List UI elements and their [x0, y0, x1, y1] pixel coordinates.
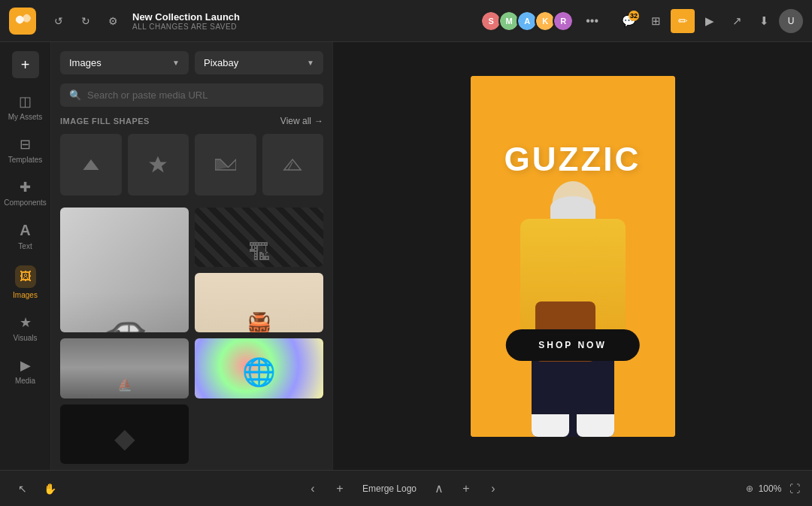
search-icon: 🔍 [69, 89, 81, 101]
source-dropdown[interactable]: Pixabay ▼ [195, 51, 323, 74]
topbar: ↺ ↻ ⚙ New Collection Launch ALL CHANGES … [0, 0, 812, 42]
download-button[interactable]: ⬇ [752, 9, 776, 33]
images-grid: 🚗 🏗 🏺 ⛵ 🌐 [51, 201, 332, 471]
image-thumb-vase[interactable]: 🏺 [195, 273, 323, 332]
image-thumb-geometric[interactable]: ◆ [60, 404, 189, 464]
redo-button[interactable]: ↻ [75, 11, 96, 32]
type-dropdown-label: Images [69, 57, 102, 68]
zoom-icon: ⊕ [746, 483, 753, 494]
zoom-control: ⊕ 100% [746, 483, 783, 494]
cta-button[interactable]: SHOP NOW [505, 329, 639, 361]
view-all-arrow: → [314, 116, 323, 126]
cursor-tool-button[interactable]: ↖ [12, 478, 33, 499]
view-all-button[interactable]: View all → [280, 116, 323, 126]
project-status: ALL CHANGES ARE SAVED [132, 23, 240, 31]
source-dropdown-arrow: ▼ [307, 59, 314, 67]
sidebar-label-templates: Templates [8, 156, 43, 164]
canvas-area[interactable]: GUZZIC SHOP NOW ▶ magda.w. • barry.paul [333, 42, 812, 470]
project-title: New Collection Launch [132, 11, 240, 23]
hand-tool-button[interactable]: ✋ [39, 478, 60, 499]
comments-button[interactable]: 💬 32 [617, 9, 641, 33]
source-dropdown-label: Pixabay [204, 57, 238, 68]
comment-count: 32 [629, 11, 639, 21]
settings-button[interactable]: ⚙ [102, 11, 123, 32]
page-up-button[interactable]: ∧ [429, 478, 450, 499]
sidebar-item-components[interactable]: ✚ Components [3, 173, 48, 213]
sidebar-item-media[interactable]: ▶ Media [3, 351, 48, 391]
image-thumb-architecture[interactable]: 🏗 [195, 208, 323, 267]
next-page-button[interactable]: › [483, 478, 504, 499]
sidebar-item-visuals[interactable]: ★ Visuals [3, 308, 48, 348]
main-layout: + ◫ My Assets ⊟ Templates ✚ Components A… [0, 42, 812, 470]
svg-marker-0 [83, 159, 98, 170]
current-page-label[interactable]: Emerge Logo [356, 480, 423, 497]
canvas-content: GUZZIC SHOP NOW ▶ magda.w. • barry.paul [471, 76, 675, 437]
zoom-level: 100% [756, 483, 783, 494]
undo-button[interactable]: ↺ [48, 11, 69, 32]
shape-grid [60, 134, 323, 195]
image-fill-section: IMAGE FILL SHAPES View all → [51, 116, 332, 201]
play-button[interactable]: ▶ [698, 9, 722, 33]
media-panel: Images ▼ Pixabay ▼ 🔍 IMAGE FILL SHAPES V… [51, 42, 333, 470]
user-avatar[interactable]: U [779, 9, 803, 33]
image-fill-header: IMAGE FILL SHAPES View all → [60, 116, 323, 126]
brand-text: GUZZIC [504, 141, 641, 178]
sidebar-label-text: Text [18, 242, 32, 250]
sidebar-label-components: Components [4, 198, 47, 207]
canvas-card[interactable]: GUZZIC SHOP NOW ▶ magda.w. • barry.paul [471, 76, 675, 437]
grid-button[interactable]: ⊞ [644, 9, 668, 33]
my-assets-icon: ◫ [19, 93, 32, 110]
image-fill-title: IMAGE FILL SHAPES [60, 117, 150, 126]
media-panel-header: Images ▼ Pixabay ▼ [51, 42, 332, 83]
sidebar-item-images[interactable]: 🖼 Images [3, 259, 48, 305]
sidebar-label-images: Images [13, 291, 38, 299]
view-all-label: View all [280, 116, 311, 126]
edit-button[interactable]: ✏ [671, 9, 695, 33]
shape-landscape[interactable] [195, 134, 256, 195]
shape-triangle[interactable] [262, 134, 324, 195]
share-button[interactable]: ↗ [725, 9, 749, 33]
visuals-icon: ★ [20, 314, 32, 331]
type-dropdown[interactable]: Images ▼ [60, 51, 189, 74]
add-page-after-button[interactable]: + [456, 478, 477, 499]
topbar-nav: ↺ ↻ [45, 11, 96, 32]
fullscreen-button[interactable]: ⛶ [789, 483, 800, 495]
sidebar-item-my-assets[interactable]: ◫ My Assets [3, 87, 48, 127]
text-icon: A [20, 222, 30, 239]
sidebar-item-text[interactable]: A Text [3, 216, 48, 256]
sidebar-left: + ◫ My Assets ⊟ Templates ✚ Components A… [0, 42, 51, 470]
project-info: New Collection Launch ALL CHANGES ARE SA… [132, 11, 240, 31]
components-icon: ✚ [20, 179, 31, 195]
templates-icon: ⊟ [20, 136, 31, 153]
image-thumb-car[interactable]: 🚗 [60, 208, 189, 333]
topbar-actions: 💬 32 ⊞ ✏ ▶ ↗ ⬇ U [617, 9, 803, 33]
prev-page-button[interactable]: ‹ [302, 478, 323, 499]
shape-star[interactable] [128, 134, 189, 195]
image-thumb-globe[interactable]: 🌐 [195, 338, 323, 398]
collaborator-avatars: S M A K R [480, 11, 574, 32]
app-logo[interactable] [9, 8, 36, 35]
add-page-before-button[interactable]: + [329, 478, 350, 499]
search-input[interactable] [87, 89, 314, 101]
sidebar-label-media: Media [15, 377, 35, 385]
avatar-5[interactable]: R [553, 11, 574, 32]
type-dropdown-arrow: ▼ [172, 59, 180, 67]
bottom-bar: ↖ ✋ ‹ + Emerge Logo ∧ + › ⊕ 100% ⛶ [0, 470, 812, 506]
images-icon: 🖼 [15, 265, 36, 288]
sidebar-label-visuals: Visuals [13, 334, 37, 342]
svg-marker-1 [149, 156, 167, 173]
shape-mountain[interactable] [60, 134, 122, 195]
sidebar-item-templates[interactable]: ⊟ Templates [3, 130, 48, 170]
media-icon: ▶ [20, 357, 31, 374]
add-button[interactable]: + [12, 51, 39, 78]
more-collaborators-button[interactable]: ••• [580, 11, 604, 31]
sidebar-label-my-assets: My Assets [8, 113, 43, 121]
image-thumb-lake[interactable]: ⛵ [60, 338, 189, 398]
search-bar: 🔍 [60, 83, 323, 107]
svg-marker-4 [284, 159, 301, 170]
